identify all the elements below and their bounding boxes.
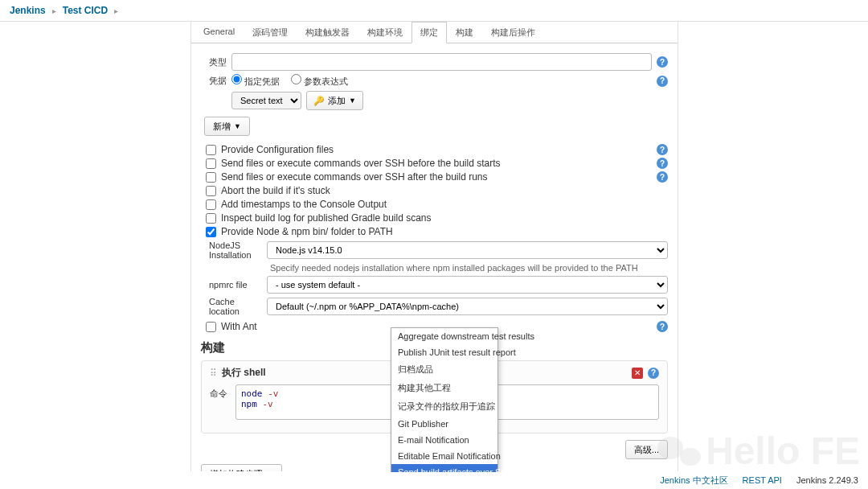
help-icon[interactable]: ? xyxy=(657,56,668,68)
dropdown-item[interactable]: Publish JUnit test result report xyxy=(391,344,497,360)
check-with-ant[interactable] xyxy=(206,322,216,332)
cred-radio-specific-label[interactable]: 指定凭据 xyxy=(231,74,280,88)
delete-step-button[interactable]: ✕ xyxy=(632,368,643,379)
dropdown-item[interactable]: E-mail Notification xyxy=(391,432,497,448)
tab-general[interactable]: General xyxy=(194,22,244,43)
help-icon[interactable]: ? xyxy=(657,321,668,332)
help-icon[interactable]: ? xyxy=(657,144,668,155)
dropdown-item[interactable]: Send build artifacts over SSH xyxy=(391,464,497,472)
secret-type-select[interactable]: Secret text xyxy=(231,92,301,109)
help-icon[interactable]: ? xyxy=(657,158,668,169)
sidebar-placeholder xyxy=(0,22,190,472)
npmrc-label: npmrc file xyxy=(209,280,260,290)
check-timestamps-label: Add timestamps to the Console Output xyxy=(221,199,387,210)
help-icon[interactable]: ? xyxy=(657,171,668,183)
check-abort-stuck-label: Abort the build if it's stuck xyxy=(221,185,330,196)
dropdown-item[interactable]: 归档成品 xyxy=(391,360,497,379)
check-provide-node[interactable] xyxy=(206,227,216,237)
kind-input[interactable] xyxy=(231,53,652,71)
check-provide-node-label: Provide Node & npm bin/ folder to PATH xyxy=(221,226,393,237)
footer-chinese-community[interactable]: Jenkins 中文社区 xyxy=(660,475,727,487)
kind-label: 类型 xyxy=(201,56,231,68)
cred-radio-param[interactable] xyxy=(291,74,301,84)
cache-label: Cache location xyxy=(209,297,260,316)
help-icon[interactable]: ? xyxy=(648,368,659,379)
footer-version: Jenkins 2.249.3 xyxy=(796,475,858,485)
check-provide-config[interactable] xyxy=(206,145,216,155)
dropdown-item[interactable]: Git Publisher xyxy=(391,416,497,432)
check-ssh-before[interactable] xyxy=(206,158,216,169)
chevron-down-icon: ▼ xyxy=(234,122,241,130)
check-ssh-after-label: Send files or execute commands over SSH … xyxy=(221,171,488,183)
tab-triggers[interactable]: 构建触发器 xyxy=(297,22,358,43)
help-icon[interactable]: ? xyxy=(657,76,668,87)
breadcrumb-project[interactable]: Test CICD xyxy=(63,5,108,16)
footer: Jenkins 中文社区 REST API Jenkins 2.249.3 xyxy=(0,471,868,489)
nodejs-install-select[interactable]: Node.js v14.15.0 xyxy=(267,241,668,259)
check-inspect-gradle-label: Inspect build log for published Gradle b… xyxy=(221,212,432,224)
chevron-right-icon: ▸ xyxy=(114,6,118,15)
check-provide-config-label: Provide Configuration files xyxy=(221,144,334,155)
config-panel: General 源码管理 构建触发器 构建环境 绑定 构建 构建后操作 类型 ?… xyxy=(190,22,678,472)
dropdown-item[interactable]: Editable Email Notification xyxy=(391,448,497,464)
check-abort-stuck[interactable] xyxy=(206,186,216,196)
cache-select[interactable]: Default (~/.npm or %APP_DATA%\npm-cache) xyxy=(267,298,668,315)
tab-scm[interactable]: 源码管理 xyxy=(244,22,297,43)
nodejs-install-hint: Specify needed nodejs installation where… xyxy=(270,263,668,273)
cred-label: 凭据 xyxy=(201,75,231,87)
check-ssh-before-label: Send files or execute commands over SSH … xyxy=(221,158,501,169)
postbuild-dropdown-menu: Aggregate downstream test resultsPublish… xyxy=(391,327,498,472)
breadcrumb-jenkins[interactable]: Jenkins xyxy=(10,5,46,16)
tab-postbuild[interactable]: 构建后操作 xyxy=(482,22,544,43)
dropdown-item[interactable]: Aggregate downstream test results xyxy=(391,328,497,344)
tab-build[interactable]: 构建 xyxy=(447,22,482,43)
npmrc-select[interactable]: - use system default - xyxy=(267,276,668,294)
config-tabs: General 源码管理 构建触发器 构建环境 绑定 构建 构建后操作 xyxy=(191,22,678,43)
drag-handle-icon[interactable]: ⠿ xyxy=(210,368,217,379)
tab-bindings[interactable]: 绑定 xyxy=(411,22,447,43)
chevron-down-icon: ▼ xyxy=(349,97,356,105)
check-timestamps[interactable] xyxy=(206,199,216,210)
nodejs-install-label: NodeJS Installation xyxy=(209,240,260,260)
check-ssh-after[interactable] xyxy=(206,172,216,183)
build-step-title: 执行 shell xyxy=(222,366,266,380)
chevron-right-icon: ▸ xyxy=(52,6,56,15)
cred-radio-specific[interactable] xyxy=(231,74,242,84)
shell-cmd-label: 命令 xyxy=(210,384,229,400)
add-credentials-button[interactable]: 🔑 添加 ▼ xyxy=(306,91,363,110)
check-inspect-gradle[interactable] xyxy=(206,213,216,224)
key-icon: 🔑 xyxy=(313,96,325,106)
right-gap xyxy=(678,22,868,472)
breadcrumb: Jenkins ▸ Test CICD ▸ xyxy=(0,0,868,22)
cred-radio-param-label[interactable]: 参数表达式 xyxy=(291,74,348,88)
advanced-button[interactable]: 高级... xyxy=(625,440,668,459)
check-with-ant-label: With Ant xyxy=(221,321,257,332)
dropdown-item[interactable]: 记录文件的指纹用于追踪 xyxy=(391,397,497,416)
dropdown-item[interactable]: 构建其他工程 xyxy=(391,379,497,397)
new-binding-button[interactable]: 新增 ▼ xyxy=(204,117,250,136)
tab-env[interactable]: 构建环境 xyxy=(358,22,411,43)
footer-rest-api[interactable]: REST API xyxy=(743,475,782,485)
